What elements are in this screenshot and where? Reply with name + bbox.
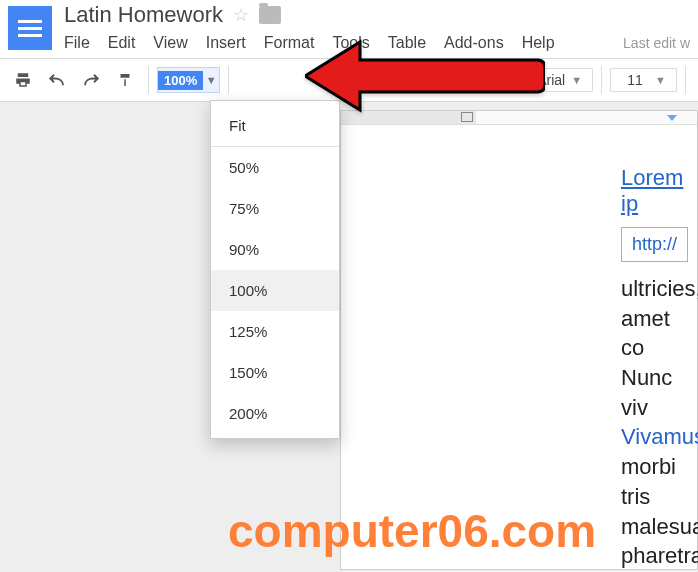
zoom-option-200[interactable]: 200% (211, 393, 339, 434)
separator (148, 66, 149, 94)
document-page[interactable]: Lorem ip http:// ultricies, amet co Nunc… (340, 110, 698, 570)
menu-view[interactable]: View (153, 34, 187, 52)
zoom-option-75[interactable]: 75% (211, 188, 339, 229)
watermark: computer06.com (228, 504, 596, 558)
ruler-tab-marker[interactable] (667, 115, 677, 121)
zoom-option-125[interactable]: 125% (211, 311, 339, 352)
font-size-value: 11 (621, 72, 649, 88)
zoom-selector[interactable]: 100% ▼ (157, 67, 220, 93)
chevron-down-icon: ▼ (655, 74, 666, 86)
menu-file[interactable]: File (64, 34, 90, 52)
paint-format-button[interactable] (110, 65, 140, 95)
zoom-dropdown-menu: Fit 50% 75% 90% 100% 125% 150% 200% (210, 100, 340, 439)
last-edit-text: Last edit w (623, 35, 690, 51)
doc-title[interactable]: Latin Homework (64, 2, 223, 28)
font-size-selector[interactable]: 11 ▼ (610, 68, 677, 92)
zoom-option-50[interactable]: 50% (211, 147, 339, 188)
menu-insert[interactable]: Insert (206, 34, 246, 52)
chevron-down-icon: ▼ (203, 74, 219, 86)
hyperlink-text[interactable]: Lorem ip (621, 165, 697, 217)
zoom-value: 100% (158, 71, 203, 90)
docs-logo[interactable] (8, 6, 52, 50)
undo-button[interactable] (42, 65, 72, 95)
print-button[interactable] (8, 65, 38, 95)
zoom-option-90[interactable]: 90% (211, 229, 339, 270)
link-url-tooltip[interactable]: http:// (621, 227, 688, 262)
annotation-arrow (305, 36, 545, 120)
document-body[interactable]: ultricies, amet co Nunc viv Vivamus morb… (621, 274, 697, 572)
star-icon[interactable]: ☆ (233, 4, 249, 26)
separator (601, 66, 602, 94)
document-canvas: Lorem ip http:// ultricies, amet co Nunc… (0, 102, 698, 572)
menu-edit[interactable]: Edit (108, 34, 136, 52)
separator (228, 66, 229, 94)
zoom-option-100[interactable]: 100% (211, 270, 339, 311)
chevron-down-icon: ▼ (571, 74, 582, 86)
redo-button[interactable] (76, 65, 106, 95)
folder-icon[interactable] (259, 6, 281, 24)
separator (685, 66, 686, 94)
zoom-option-150[interactable]: 150% (211, 352, 339, 393)
